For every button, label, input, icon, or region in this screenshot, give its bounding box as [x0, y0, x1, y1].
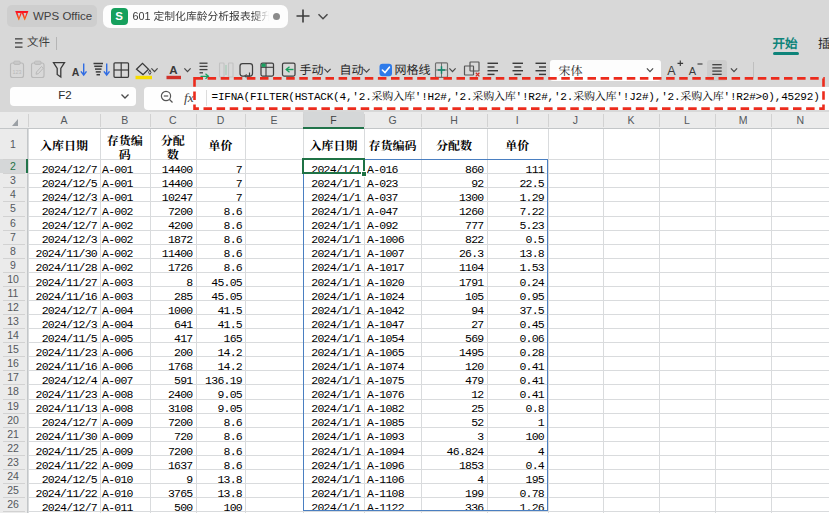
- svg-text:A: A: [169, 64, 177, 76]
- svg-text:A: A: [689, 65, 697, 77]
- svg-text:A: A: [72, 66, 80, 78]
- svg-text:123: 123: [13, 69, 22, 75]
- svg-text:A: A: [667, 64, 676, 78]
